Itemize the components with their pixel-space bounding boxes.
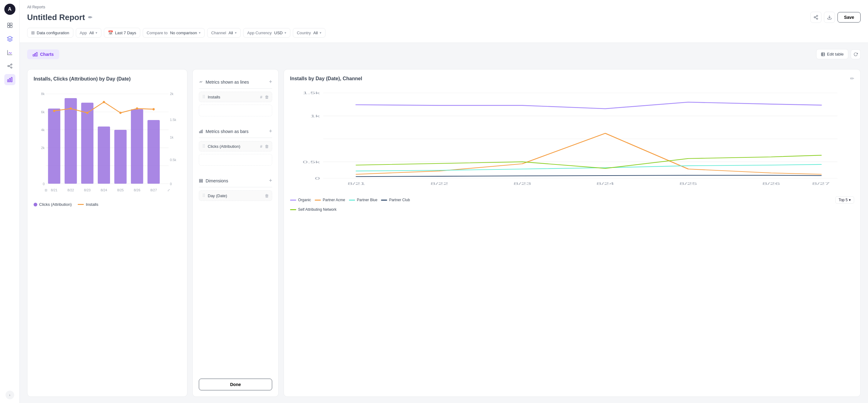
legend-installs: Installs (78, 202, 98, 207)
dimensions-title: Dimensions (199, 178, 228, 183)
lines-add-button[interactable]: + (269, 79, 272, 85)
svg-text:0.5k: 0.5k (303, 160, 320, 164)
installs-hash-icon[interactable]: # (260, 95, 262, 99)
app-logo[interactable]: A (4, 4, 16, 15)
left-chart-svg: 8k 6k 4k 2k 0 2k 1.5k 1k 0.5k 0 (34, 87, 181, 198)
svg-rect-41 (48, 109, 60, 184)
clicks-config-item: ⠿ Clicks (Attribution) # 🗑 (199, 141, 272, 151)
drag-handle-installs[interactable]: ⠿ (202, 94, 205, 99)
date-filter-button[interactable]: 📅 Last 7 Days (104, 28, 140, 38)
dimensions-add-button[interactable]: + (269, 177, 272, 184)
title-edit-icon[interactable]: ✏ (88, 15, 92, 20)
compare-filter-button[interactable]: Compare to No comparison ▾ (143, 28, 205, 38)
svg-text:0: 0 (315, 176, 320, 180)
svg-rect-9 (7, 80, 8, 82)
clicks-delete-icon[interactable]: 🗑 (265, 144, 269, 149)
svg-point-12 (816, 15, 818, 16)
legend-club-label: Partner Club (389, 198, 410, 202)
sidebar-icon-home[interactable] (4, 20, 16, 31)
country-filter-button[interactable]: Country All ▾ (293, 28, 326, 38)
edit-table-button[interactable]: Edit table (816, 49, 848, 59)
svg-text:8k: 8k (41, 92, 45, 96)
sidebar-icon-connections[interactable] (4, 60, 16, 71)
svg-text:8/26: 8/26 (762, 181, 780, 185)
lines-title-text: Metrics shown as lines (206, 80, 249, 85)
sidebar-icon-data[interactable] (4, 33, 16, 45)
clicks-hash-icon[interactable]: # (260, 144, 262, 149)
bars-section: Metrics shown as bars + ⠿ Clicks (Attrib… (199, 125, 272, 168)
sidebar: A › (0, 0, 20, 403)
bars-empty-slot (199, 154, 272, 166)
day-delete-icon[interactable]: 🗑 (265, 194, 269, 198)
lines-header: Metrics shown as lines + (199, 76, 272, 89)
breadcrumb: All Reports (27, 5, 861, 9)
svg-text:4k: 4k (41, 128, 45, 132)
share-button[interactable] (810, 12, 822, 23)
svg-rect-42 (65, 98, 77, 183)
drag-handle-clicks[interactable]: ⠿ (202, 144, 205, 149)
svg-rect-66 (202, 129, 203, 133)
svg-rect-43 (81, 103, 93, 184)
legend-clicks-label: Clicks (Attribution) (39, 202, 71, 207)
day-label-text: Day (Date) (208, 194, 227, 198)
save-button[interactable]: Save (837, 12, 861, 23)
bars-title: Metrics shown as bars (199, 129, 248, 134)
installs-delete-icon[interactable]: 🗑 (265, 95, 269, 99)
lines-section: Metrics shown as lines + ⠿ Installs # (199, 76, 272, 119)
legend-installs-label: Installs (86, 202, 98, 207)
sidebar-icon-insights[interactable] (4, 74, 16, 85)
lines-empty-slot (199, 105, 272, 116)
sidebar-icon-analytics[interactable] (4, 47, 16, 58)
installs-item-actions: # 🗑 (260, 95, 269, 99)
done-button[interactable]: Done (199, 379, 272, 390)
dimensions-header: Dimensions + (199, 174, 272, 187)
country-value: All (313, 31, 317, 35)
dimensions-section: Dimensions + ⠿ Day (Date) 🗑 (199, 174, 272, 203)
bars-title-text: Metrics shown as bars (206, 129, 248, 134)
lines-title: Metrics shown as lines (199, 80, 249, 85)
edit-table-label: Edit table (827, 52, 844, 56)
refresh-button[interactable] (851, 49, 861, 59)
download-button[interactable] (824, 12, 835, 23)
svg-text:8/22: 8/22 (67, 188, 74, 192)
top5-button[interactable]: Top 5 ▾ (835, 196, 854, 204)
svg-text:8/23: 8/23 (514, 181, 531, 185)
svg-point-51 (103, 101, 105, 103)
logo-text: A (8, 6, 12, 12)
right-chart-edit-icon[interactable]: ✏ (850, 76, 854, 82)
data-config-button[interactable]: ⊞ Data configuration (27, 28, 73, 38)
title-row: Untitled Report ✏ Save (27, 12, 861, 23)
svg-rect-3 (10, 26, 12, 28)
cards-row: Installs, Clicks (Attribution) by Day (D… (27, 69, 861, 397)
compare-arrow: ▾ (199, 31, 201, 35)
svg-text:8/27: 8/27 (150, 188, 157, 192)
svg-point-52 (119, 112, 121, 114)
channel-filter-button[interactable]: Channel All ▾ (207, 28, 241, 38)
sidebar-collapse-btn[interactable]: › (5, 391, 14, 399)
legend-clicks: Clicks (Attribution) (34, 202, 71, 207)
left-chart-legend: Clicks (Attribution) Installs (34, 202, 181, 207)
currency-filter-button[interactable]: App Currency USD ▾ (243, 28, 290, 38)
day-config-item: ⠿ Day (Date) 🗑 (199, 191, 272, 201)
toolbar-right: Edit table (816, 49, 861, 59)
charts-button[interactable]: Charts (27, 49, 59, 59)
svg-rect-45 (114, 130, 127, 184)
country-label: Country (297, 31, 311, 35)
top5-arrow: ▾ (849, 198, 851, 202)
svg-text:2k: 2k (170, 92, 174, 96)
svg-line-15 (815, 18, 817, 19)
top5-label: Top 5 (839, 198, 848, 202)
config-panel: Metrics shown as lines + ⠿ Installs # (192, 69, 279, 397)
svg-rect-46 (131, 109, 143, 183)
right-chart-title-row: Installs by Day (Date), Channel ✏ (290, 76, 854, 82)
app-filter-button[interactable]: App All ▾ (76, 28, 102, 38)
data-config-label: Data configuration (37, 31, 69, 35)
right-chart-legend: Organic Partner Acme Partner Blue P (290, 196, 854, 212)
svg-rect-10 (9, 78, 10, 82)
svg-point-49 (70, 108, 72, 110)
legend-organic: Organic (290, 198, 311, 202)
header-actions: Save (810, 12, 861, 23)
bars-add-button[interactable]: + (269, 128, 272, 135)
app-filter-value: All (89, 31, 94, 35)
drag-handle-day[interactable]: ⠿ (202, 193, 205, 198)
